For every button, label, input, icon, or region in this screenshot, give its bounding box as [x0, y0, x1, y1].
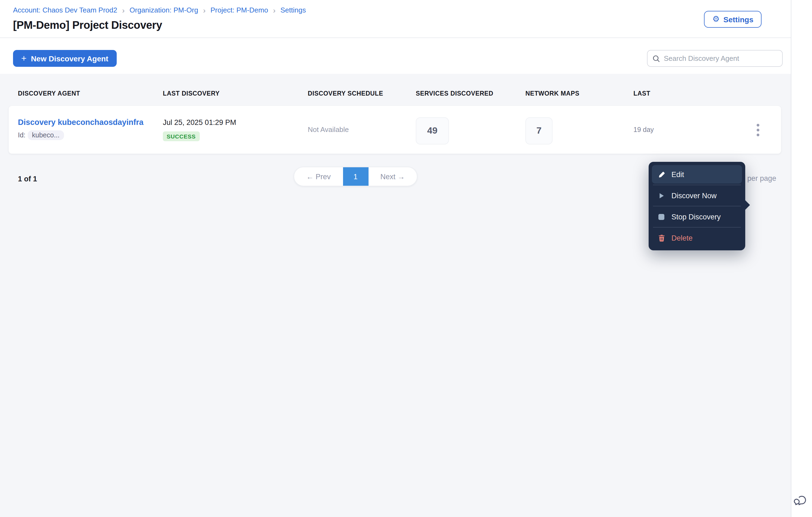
menu-item-edit-label: Edit	[671, 170, 684, 179]
settings-button[interactable]: Settings	[704, 11, 761, 28]
menu-item-delete[interactable]: Delete	[652, 228, 742, 247]
page-title: [PM-Demo] Project Discovery	[13, 19, 162, 31]
network-maps-count[interactable]: 7	[525, 117, 553, 144]
breadcrumb-organization-link[interactable]: Organization: PM-Org	[129, 6, 198, 14]
menu-item-discover-now-label: Discover Now	[671, 191, 717, 199]
trash-icon	[657, 234, 665, 242]
row-actions-kebab-button[interactable]	[749, 121, 766, 138]
menu-item-edit[interactable]: Edit	[652, 165, 742, 184]
row-actions-menu: Edit Discover Now Stop Discovery	[649, 162, 745, 250]
kebab-dot	[756, 124, 759, 126]
menu-item-stop-discovery[interactable]: Stop Discovery	[652, 208, 742, 226]
kebab-dot	[756, 129, 759, 131]
play-icon	[657, 191, 665, 199]
chevron-right-icon: ›	[122, 6, 124, 14]
menu-divider	[653, 206, 741, 207]
menu-item-delete-label: Delete	[671, 234, 693, 242]
column-header-discovery-schedule: DISCOVERY SCHEDULE	[308, 90, 383, 97]
breadcrumb-settings-link[interactable]: Settings	[280, 6, 306, 14]
agent-id-label: Id:	[18, 131, 26, 139]
page-header: Account: Chaos Dev Team Prod2 › Organiza…	[0, 0, 791, 38]
table-header-row: DISCOVERY AGENT LAST DISCOVERY DISCOVERY…	[0, 90, 791, 99]
menu-item-discover-now[interactable]: Discover Now	[652, 186, 742, 205]
column-header-network-maps: NETWORK MAPS	[525, 90, 579, 97]
chevron-right-icon: ›	[203, 6, 205, 14]
plus-icon: +	[21, 54, 27, 63]
chevron-right-icon: ›	[273, 6, 276, 14]
kebab-dot	[756, 133, 759, 136]
per-page-label: per page	[747, 174, 777, 182]
agent-id: Id: kubeco...	[18, 130, 64, 140]
settings-button-label: Settings	[724, 15, 753, 24]
agent-id-value-pill: kubeco...	[28, 130, 64, 140]
last-discovery-timestamp: Jul 25, 2025 01:29 PM	[163, 118, 236, 127]
menu-divider	[653, 185, 741, 185]
discovery-schedule-value: Not Available	[308, 126, 349, 134]
new-discovery-agent-button[interactable]: + New Discovery Agent	[13, 50, 116, 67]
status-badge: SUCCESS	[163, 131, 200, 141]
pagination-summary: 1 of 1	[18, 175, 37, 183]
breadcrumb-project-link[interactable]: Project: PM-Demo	[211, 6, 268, 14]
menu-divider	[653, 227, 741, 227]
services-discovered-count[interactable]: 49	[416, 117, 449, 144]
current-page-button[interactable]: 1	[343, 167, 368, 186]
menu-item-stop-discovery-label: Stop Discovery	[671, 213, 721, 221]
prev-page-button[interactable]: ← Prev	[294, 167, 343, 186]
pencil-icon	[657, 170, 665, 179]
gear-icon	[713, 15, 720, 23]
next-page-button[interactable]: Next →	[368, 167, 417, 186]
new-discovery-agent-label: New Discovery Agent	[31, 54, 108, 63]
breadcrumb-account-link[interactable]: Account: Chaos Dev Team Prod2	[13, 6, 117, 14]
chat-support-button[interactable]	[793, 494, 808, 509]
search-box	[647, 50, 783, 67]
search-icon	[652, 55, 660, 62]
agent-name-link[interactable]: Discovery kubeconchaosdayinfra	[18, 118, 144, 127]
breadcrumb: Account: Chaos Dev Team Prod2 › Organiza…	[13, 6, 306, 14]
column-header-discovery-agent: DISCOVERY AGENT	[18, 90, 80, 97]
chat-bubbles-icon	[793, 494, 808, 509]
last-updated-value: 19 day	[633, 126, 654, 134]
app-viewport: Account: Chaos Dev Team Prod2 › Organiza…	[0, 0, 812, 517]
column-header-last: LAST	[633, 90, 650, 97]
content-area: DISCOVERY AGENT LAST DISCOVERY DISCOVERY…	[0, 74, 791, 517]
right-panel-gutter	[791, 0, 812, 517]
column-header-last-discovery: LAST DISCOVERY	[163, 90, 220, 97]
toolbar: + New Discovery Agent	[0, 38, 791, 74]
column-header-services-discovered: SERVICES DISCOVERED	[416, 90, 493, 97]
search-input[interactable]	[664, 54, 777, 62]
stop-icon	[657, 213, 665, 221]
pagination-control: ← Prev 1 Next →	[294, 167, 417, 186]
table-row: Discovery kubeconchaosdayinfra Id: kubec…	[9, 106, 781, 154]
